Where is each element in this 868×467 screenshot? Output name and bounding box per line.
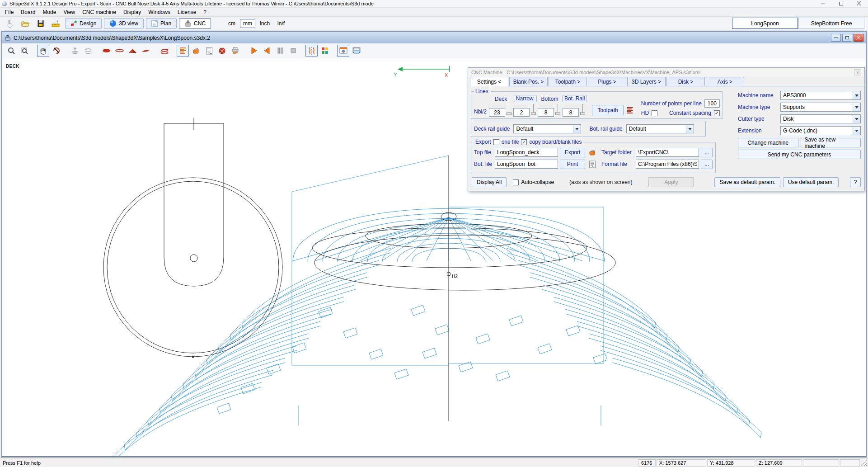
drawing-canvas[interactable]: H2YX DECK CNC Machine - C:\Users\thoma\D… [2, 58, 866, 456]
tab-plugs[interactable]: Plugs > [588, 77, 626, 86]
deck-lines-input[interactable] [489, 108, 505, 117]
save-icon[interactable] [34, 18, 47, 29]
top-file-input[interactable] [495, 148, 558, 157]
rotate-board-icon[interactable] [158, 45, 170, 57]
menu-cnc-machine[interactable]: CNC machine [79, 8, 120, 16]
save-default-param-button[interactable]: Save as default param. [714, 177, 780, 187]
one-file-checkbox[interactable] [493, 139, 499, 145]
open-folder-icon[interactable] [19, 18, 32, 29]
minimize-button[interactable] [814, 0, 832, 7]
bot-rail-lines-button[interactable]: Bot. Rail [562, 95, 587, 102]
target-folder-browse-button[interactable]: ... [701, 148, 713, 157]
cnc-mode-button[interactable]: CNC [179, 18, 211, 29]
stop-icon[interactable] [287, 45, 299, 57]
points-per-line-input[interactable] [704, 99, 720, 108]
menu-windows[interactable]: Windows [145, 8, 174, 16]
auto-collapse-checkbox[interactable] [513, 179, 519, 185]
tab-axis[interactable]: Axis > [706, 77, 744, 86]
change-machine-button[interactable]: Change machine [738, 138, 798, 147]
plan-mode-button[interactable]: Plan [146, 18, 177, 29]
3d-view-mode-button[interactable]: 3D view [104, 18, 144, 29]
target-folder-input[interactable] [636, 148, 699, 157]
design-mode-button[interactable]: Design [65, 18, 102, 29]
narrow-lines-slider[interactable] [530, 103, 536, 117]
run-icon[interactable] [248, 45, 260, 57]
shaded-board-icon[interactable] [127, 45, 139, 57]
disk-cutter-icon[interactable] [216, 45, 228, 57]
format-file-browse-button[interactable]: ... [701, 160, 713, 169]
board-tilt-icon[interactable] [82, 45, 94, 57]
deck-lines-slider[interactable] [506, 103, 512, 117]
unit-inf[interactable]: in/f [274, 19, 288, 28]
doc-close-button[interactable] [854, 34, 863, 42]
cnc-panel-titlebar[interactable]: CNC Machine - C:\Users\thoma\Documents\S… [468, 68, 864, 77]
machine-type-select[interactable]: Supports [780, 103, 861, 112]
menu-board[interactable]: Board [17, 8, 39, 16]
zoom-window-icon[interactable] [19, 45, 31, 57]
menu-help[interactable]: ? [200, 8, 210, 16]
flip-curves-icon[interactable] [305, 45, 318, 57]
print-button[interactable]: Print [560, 160, 585, 169]
narrow-lines-button[interactable]: Narrow. [514, 95, 537, 102]
print-doc-icon[interactable] [587, 159, 598, 169]
format-file-input[interactable] [636, 160, 699, 169]
zoom-icon[interactable] [5, 45, 18, 57]
rotate-view-icon[interactable] [50, 45, 62, 57]
bot-rail-lines-input[interactable] [563, 108, 579, 117]
slice-board-icon[interactable] [140, 45, 152, 57]
bot-file-input[interactable] [495, 160, 558, 169]
unit-cm[interactable]: cm [225, 19, 239, 28]
colors-icon[interactable] [319, 45, 331, 57]
toolpath-red-lines-icon[interactable] [625, 105, 636, 115]
toolpath-button[interactable]: Toolpath [592, 105, 623, 115]
cnc-panel-close-icon[interactable]: x [854, 69, 861, 75]
tab-settings[interactable]: Settings < [470, 77, 508, 86]
copy-files-checkbox[interactable]: ✓ [521, 139, 527, 145]
send-cnc-parameters-button[interactable]: Send my CNC parameters [738, 150, 861, 159]
extension-select[interactable]: G-Code (.dnc) [780, 126, 861, 135]
outline-board-icon[interactable] [113, 45, 126, 57]
bottom-lines-slider[interactable] [555, 103, 561, 117]
doc-minimize-button[interactable] [831, 34, 841, 42]
export-button[interactable]: Export [560, 148, 585, 157]
tab-toolpath[interactable]: Toolpath > [549, 77, 587, 86]
constant-spacing-checkbox[interactable]: ✓ [714, 110, 720, 116]
solid-board-icon[interactable] [100, 45, 113, 57]
cutter-type-select[interactable]: Disk [780, 114, 861, 123]
simulator-icon[interactable] [337, 45, 349, 57]
export-blank-icon[interactable] [587, 147, 598, 157]
board-tab-longspoon[interactable]: LongSpoon [732, 18, 798, 29]
doc-restore-button[interactable] [842, 34, 852, 42]
machine-name-select[interactable]: APS3000 [780, 91, 861, 100]
screen-icon[interactable] [350, 45, 362, 57]
deck-rail-guide-select[interactable]: Default [513, 124, 581, 133]
panel-help-button[interactable]: ? [850, 177, 861, 187]
tab-disk[interactable]: Disk > [666, 77, 705, 86]
use-default-param-button[interactable]: Use default param. [783, 177, 839, 187]
menu-license[interactable]: License [174, 8, 200, 16]
close-button[interactable] [850, 0, 868, 7]
menu-view[interactable]: View [60, 8, 79, 16]
board-raise-icon[interactable] [69, 45, 81, 57]
pause-icon[interactable] [274, 45, 286, 57]
notes-icon[interactable] [203, 45, 215, 57]
board-tab-stepbottom[interactable]: StepBottom Free [798, 18, 864, 29]
maximize-button[interactable] [832, 0, 850, 7]
unit-inch[interactable]: inch [257, 19, 273, 28]
narrow-lines-input[interactable] [513, 108, 530, 117]
bot-rail-guide-select[interactable]: Default [626, 124, 694, 133]
display-all-button[interactable]: Display All [472, 177, 507, 187]
menu-file[interactable]: File [1, 8, 17, 16]
toolpath-print-icon[interactable] [229, 45, 241, 57]
hd-checkbox[interactable] [652, 110, 657, 116]
tab-blank-pos[interactable]: Blank Pos. > [509, 77, 548, 86]
pan-icon[interactable] [37, 45, 49, 57]
unit-mm[interactable]: mm [240, 19, 255, 28]
resize-grip[interactable] [861, 460, 867, 466]
save-new-machine-button[interactable]: Save as new machine [801, 138, 861, 147]
bottom-lines-input[interactable] [538, 108, 554, 117]
blank-icon[interactable] [190, 45, 202, 57]
glove-icon[interactable] [4, 18, 16, 29]
back-icon[interactable] [261, 45, 273, 57]
toolpath-lines-icon[interactable] [177, 45, 189, 57]
